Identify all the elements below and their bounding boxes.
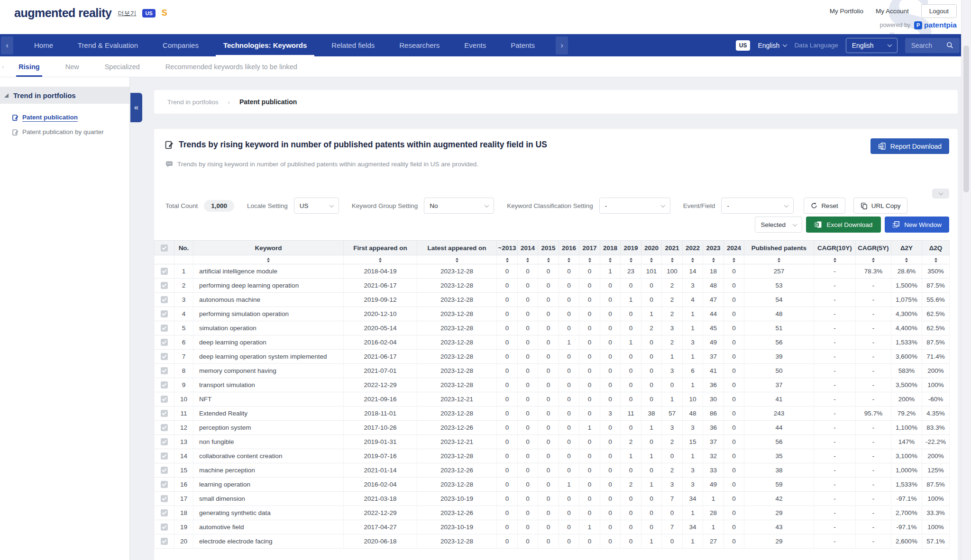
sort-cell-2q[interactable] bbox=[922, 255, 950, 264]
column-header-2020[interactable]: 2020 bbox=[641, 241, 662, 255]
sort-cell-latest-appeared-on[interactable] bbox=[417, 255, 497, 264]
row-checkbox[interactable] bbox=[161, 310, 168, 317]
my-portfolio-link[interactable]: My Portfolio bbox=[830, 8, 863, 15]
column-header-2021[interactable]: 2021 bbox=[662, 241, 683, 255]
sort-cell-2019[interactable] bbox=[621, 255, 641, 264]
nav-item-home[interactable]: Home bbox=[22, 34, 65, 56]
sort-cell-2020[interactable] bbox=[641, 255, 662, 264]
sort-icon[interactable] bbox=[506, 258, 509, 262]
row-checkbox[interactable] bbox=[161, 495, 168, 502]
sort-cell-first-appeared-on[interactable] bbox=[344, 255, 417, 264]
sidebar-section-trend-in-portfolios[interactable]: Trend in portfolios bbox=[0, 87, 129, 104]
row-checkbox[interactable] bbox=[161, 282, 168, 289]
sort-cell-keyword[interactable] bbox=[193, 255, 344, 264]
ui-language-dropdown[interactable]: English bbox=[758, 42, 787, 49]
row-checkbox[interactable] bbox=[161, 353, 168, 360]
sort-icon[interactable] bbox=[905, 258, 908, 262]
sort-icon[interactable] bbox=[379, 258, 382, 262]
select-all-checkbox[interactable] bbox=[161, 244, 168, 252]
row-checkbox[interactable] bbox=[161, 467, 168, 474]
sort-icon[interactable] bbox=[834, 258, 836, 262]
nav-item-trend-evaluation[interactable]: Trend & Evaluation bbox=[65, 34, 150, 56]
scrollbar-thumb[interactable] bbox=[963, 45, 969, 192]
tab-rising[interactable]: Rising bbox=[6, 56, 52, 77]
column-header-cagr-10y[interactable]: CAGR(10Y) bbox=[814, 241, 856, 255]
row-checkbox[interactable] bbox=[161, 424, 168, 431]
column-header-first-appeared-on[interactable]: First appeared on bbox=[344, 241, 417, 255]
column-header-2024[interactable]: 2024 bbox=[724, 241, 744, 255]
column-header-2022[interactable]: 2022 bbox=[683, 241, 703, 255]
sidebar-item-patent-publication[interactable]: Patent publication bbox=[0, 110, 129, 125]
sort-cell-2023[interactable] bbox=[703, 255, 724, 264]
row-checkbox[interactable] bbox=[161, 396, 168, 403]
sort-icon[interactable] bbox=[712, 258, 715, 262]
sort-cell-2024[interactable] bbox=[724, 255, 744, 264]
event-field-dropdown[interactable]: - bbox=[721, 198, 794, 214]
column-header-2018[interactable]: 2018 bbox=[600, 241, 621, 255]
sort-icon[interactable] bbox=[671, 258, 674, 262]
sidebar-item-patent-publication-by-quarter[interactable]: Patent publication by quarter bbox=[0, 125, 129, 139]
sort-icon[interactable] bbox=[630, 258, 632, 262]
column-header-keyword[interactable]: Keyword bbox=[193, 241, 344, 255]
sort-icon[interactable] bbox=[547, 258, 550, 262]
row-checkbox[interactable] bbox=[161, 381, 168, 388]
tab-recommended-keywords-likely-to-be-linked[interactable]: Recommended keywords likely to be linked bbox=[153, 56, 310, 77]
row-checkbox[interactable] bbox=[161, 481, 168, 488]
sort-cell-2016[interactable] bbox=[559, 255, 579, 264]
tab-new[interactable]: New bbox=[53, 56, 92, 77]
tab-specialized[interactable]: Specialized bbox=[92, 56, 153, 77]
sort-icon[interactable] bbox=[568, 258, 570, 262]
nav-next-icon[interactable]: › bbox=[556, 36, 568, 54]
row-checkbox[interactable] bbox=[161, 339, 168, 346]
column-header-2023[interactable]: 2023 bbox=[703, 241, 724, 255]
sort-icon[interactable] bbox=[526, 258, 529, 262]
selected-dropdown[interactable]: Selected bbox=[755, 217, 802, 233]
column-header-2q[interactable]: Δ2Q bbox=[922, 241, 950, 255]
sort-cell-published-patents[interactable] bbox=[744, 255, 814, 264]
nav-item-researchers[interactable]: Researchers bbox=[387, 34, 452, 56]
column-header-no[interactable]: No. bbox=[174, 241, 193, 255]
search-input[interactable]: Search bbox=[905, 38, 960, 53]
nav-item-related-fields[interactable]: Related fields bbox=[319, 34, 387, 56]
sort-cell-cagr-10y[interactable] bbox=[814, 255, 856, 264]
column-header-2016[interactable]: 2016 bbox=[559, 241, 579, 255]
sort-icon[interactable] bbox=[609, 258, 612, 262]
sort-cell-2y[interactable] bbox=[891, 255, 922, 264]
sort-icon[interactable] bbox=[588, 258, 591, 262]
column-header-latest-appeared-on[interactable]: Latest appeared on bbox=[417, 241, 497, 255]
sort-icon[interactable] bbox=[872, 258, 875, 262]
row-checkbox[interactable] bbox=[161, 296, 168, 303]
sidebar-collapse-button[interactable]: « bbox=[130, 93, 142, 122]
sort-icon[interactable] bbox=[691, 258, 694, 262]
sort-icon[interactable] bbox=[733, 258, 735, 262]
locale-setting-dropdown[interactable]: US bbox=[294, 198, 339, 214]
sort-icon[interactable] bbox=[456, 258, 458, 262]
patentpia-logo[interactable]: P patentpia bbox=[914, 21, 957, 29]
more-link[interactable]: 더보기 bbox=[118, 9, 136, 18]
new-window-button[interactable]: New Window bbox=[885, 217, 949, 233]
row-checkbox[interactable] bbox=[161, 538, 168, 545]
column-header-2y[interactable]: Δ2Y bbox=[891, 241, 922, 255]
nav-item-patents[interactable]: Patents bbox=[498, 34, 547, 56]
url-copy-button[interactable]: URL Copy bbox=[853, 198, 908, 214]
column-header-2019[interactable]: 2019 bbox=[621, 241, 641, 255]
sort-icon[interactable] bbox=[934, 258, 937, 262]
column-header-2017[interactable]: 2017 bbox=[579, 241, 600, 255]
nav-item-companies[interactable]: Companies bbox=[150, 34, 211, 56]
row-checkbox[interactable] bbox=[161, 325, 168, 332]
row-checkbox[interactable] bbox=[161, 438, 168, 445]
sort-cell-2013[interactable] bbox=[497, 255, 518, 264]
excel-download-button[interactable]: X Excel Download bbox=[806, 217, 881, 233]
subtab-prev-icon[interactable]: ‹ bbox=[0, 63, 6, 70]
reset-button[interactable]: Reset bbox=[804, 198, 845, 214]
sort-cell-2018[interactable] bbox=[600, 255, 621, 264]
sort-icon[interactable] bbox=[650, 258, 653, 262]
keyword-group-dropdown[interactable]: No bbox=[424, 198, 494, 214]
report-download-button[interactable]: W Report Download bbox=[870, 138, 949, 154]
row-checkbox[interactable] bbox=[161, 509, 168, 516]
column-header-published-patents[interactable]: Published patents bbox=[744, 241, 814, 255]
column-header-2015[interactable]: 2015 bbox=[538, 241, 559, 255]
panel-collapse-button[interactable] bbox=[932, 189, 949, 199]
nav-prev-icon[interactable]: ‹ bbox=[1, 36, 13, 54]
row-checkbox[interactable] bbox=[161, 367, 168, 374]
